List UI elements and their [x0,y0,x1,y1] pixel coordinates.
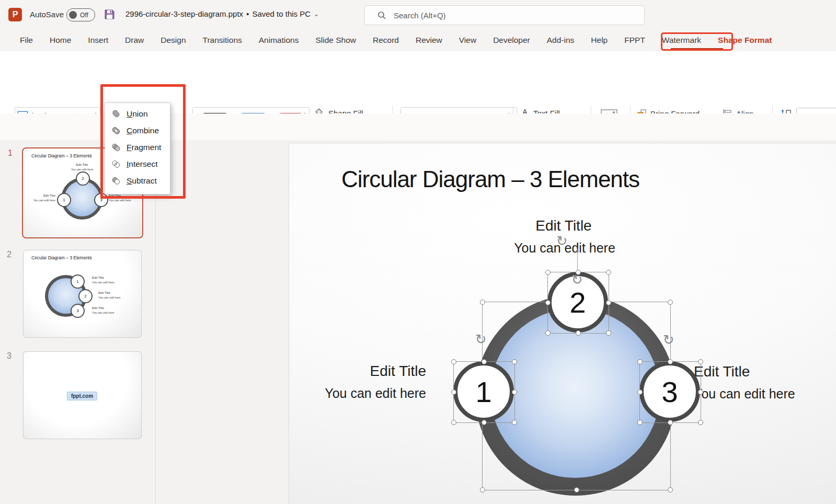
selection-handle[interactable] [606,270,611,275]
chevron-down-icon: ⌄ [314,11,319,17]
slide-thumbnail-3[interactable]: fppt.com [23,351,142,439]
powerpoint-logo-icon[interactable]: P [8,8,22,21]
slide-number-2: 2 [7,250,12,259]
selection-handle[interactable] [637,420,643,425]
left-edit-title[interactable]: Edit Title [293,363,426,380]
save-icon[interactable] [104,8,116,20]
powerpoint-window: P AutoSave Off 2996-circular-3-step-diag… [0,0,836,504]
rotate-handle-icon[interactable]: ↻ [571,273,583,287]
document-title[interactable]: 2996-circular-3-step-diagram.pptx • Save… [125,9,319,18]
left-edit-body[interactable]: You can edit here [293,386,426,401]
tab-add-ins[interactable]: Add-ins [539,29,583,51]
selection-handle[interactable] [606,300,611,305]
tab-slide-show[interactable]: Slide Show [307,29,364,51]
thumb2-circle-2: 2 [78,289,93,303]
tab-record[interactable]: Record [364,29,407,51]
selection-handle[interactable] [668,420,673,425]
tab-home[interactable]: Home [41,29,79,51]
rotate-handle-icon[interactable]: ↻ [475,333,487,346]
thumb2-label2-body: You can edit here [98,296,121,299]
saved-status: Saved to this PC [252,9,311,18]
annotation-box-merge-shapes [100,84,186,199]
selection-handle[interactable] [512,390,517,395]
tab-developer[interactable]: Developer [485,29,539,51]
tab-design[interactable]: Design [152,29,194,51]
tab-help[interactable]: Help [582,29,616,51]
thumb3-fppt-text: fppt.com [67,392,97,400]
slide-title[interactable]: Circular Diagram – 3 Elements [341,166,639,192]
toggle-knob-icon [69,11,77,19]
selection-handle[interactable] [574,487,579,492]
selection-box-circle-3[interactable] [639,361,701,423]
selection-handle[interactable] [637,359,643,364]
selection-handle[interactable] [451,420,456,425]
selection-handle[interactable] [668,300,673,305]
thumb2-circle-1: 1 [71,274,85,289]
selection-handle[interactable] [698,390,703,395]
selection-handle[interactable] [480,487,485,492]
selection-handle[interactable] [545,300,551,305]
selection-handle[interactable] [480,300,485,305]
tab-fppt[interactable]: FPPT [616,29,654,51]
filename: 2996-circular-3-step-diagram.pptx [125,9,243,18]
slide-number-3: 3 [7,351,12,361]
search-input[interactable]: Search (Alt+Q) [364,5,645,25]
thumb1-left-body: You can edit here [23,199,55,202]
tab-animations[interactable]: Animations [250,29,307,51]
selection-handle[interactable] [482,420,487,425]
slide-number-1: 1 [8,148,13,158]
selection-handle[interactable] [451,390,456,395]
thumb2-circle-3: 3 [71,304,85,318]
selection-box-circle-1[interactable] [453,361,515,423]
thumb2-label3-title: Edit Title [92,306,104,310]
top-edit-title[interactable]: Edit Title [535,217,591,234]
selection-handle[interactable] [637,390,643,395]
tab-view[interactable]: View [451,29,485,51]
selection-handle[interactable] [512,359,517,364]
autosave-label: AutoSave [30,10,64,19]
selection-handle[interactable] [545,330,551,336]
thumb2-label1-title: Edit Title [92,276,104,279]
thumb2-title: Circular Diagram – 3 Elements [31,255,92,260]
autosave-state: Off [80,12,88,19]
tab-review[interactable]: Review [407,29,451,51]
selection-handle[interactable] [668,487,673,492]
selection-handle[interactable] [668,359,673,364]
right-edit-title[interactable]: Edit Title [694,363,750,380]
separator: • [246,9,249,18]
thumb1-circle-2: 2 [76,171,90,186]
selection-handle[interactable] [512,420,517,425]
selection-handle[interactable] [482,359,487,364]
selection-handle[interactable] [698,420,703,425]
selection-handle[interactable] [451,359,456,364]
autosave-toggle[interactable]: Off [66,8,95,21]
search-placeholder: Search (Alt+Q) [394,11,446,20]
thumb2-label1-body: You can edit here [92,281,114,284]
tab-draw[interactable]: Draw [117,29,152,51]
selection-handle[interactable] [576,330,581,336]
right-edit-body[interactable]: You can edit here [694,386,795,402]
slide-thumbnail-2[interactable]: Circular Diagram – 3 Elements 1 2 3 Edit… [23,250,142,338]
tab-transitions[interactable]: Transitions [194,29,250,51]
thumb1-left-title: Edit Title [25,194,55,197]
selection-handle[interactable] [606,330,611,336]
thumb1-top-title: Edit Title [76,163,88,166]
selection-handle[interactable] [545,270,551,275]
tab-insert[interactable]: Insert [79,29,117,51]
rotate-handle-icon[interactable]: ↻ [556,234,568,248]
search-icon [377,11,386,20]
title-bar: P AutoSave Off 2996-circular-3-step-diag… [0,0,836,29]
thumb1-top-body: You can edit here [71,168,94,171]
selection-handle[interactable] [698,359,703,364]
thumb1-circle-1: 1 [57,193,71,207]
tab-file[interactable]: File [12,29,41,51]
thumb2-label2-title: Edit Title [98,291,110,294]
rotate-handle-icon[interactable]: ↻ [663,333,674,347]
thumb2-label3-body: You can edit here [92,311,114,314]
thumb1-right-body: You can edit here [109,199,131,202]
annotation-box-shape-format-tab [661,32,733,51]
thumb1-title: Circular Diagram – 3 Elements [31,153,92,158]
